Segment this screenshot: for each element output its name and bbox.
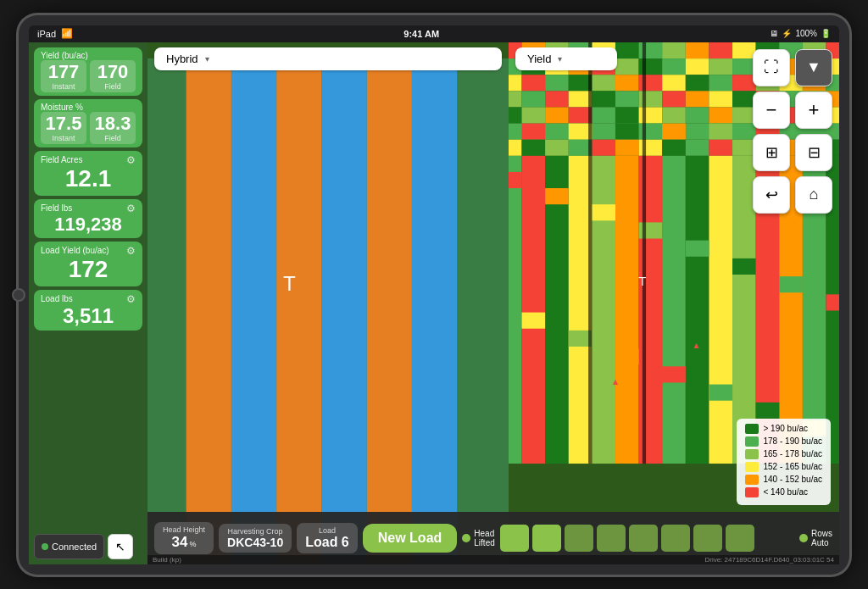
moisture-instant-box: 17.5 Instant xyxy=(41,112,86,144)
svg-rect-57 xyxy=(545,91,569,107)
head-status-group: Head Lifted xyxy=(462,529,494,547)
wifi-icon: 📶 xyxy=(61,28,73,39)
strip-btn-7[interactable] xyxy=(693,525,722,552)
field-acres-title: Field Acres xyxy=(41,155,82,164)
svg-rect-19 xyxy=(709,42,732,58)
layers-btn[interactable]: ⊞ xyxy=(753,134,790,171)
plus-icon: + xyxy=(809,99,820,121)
svg-rect-63 xyxy=(686,91,709,107)
zoom-out-btn[interactable]: − xyxy=(753,92,790,129)
screen-icon: 🖥 xyxy=(770,29,778,38)
gear-icon-loadlbs[interactable]: ⚙ xyxy=(126,293,136,305)
strip-btn-5[interactable] xyxy=(629,525,658,552)
legend-color-6 xyxy=(745,487,759,497)
zoom-in-btn[interactable]: + xyxy=(795,92,832,129)
svg-rect-3 xyxy=(276,58,321,564)
svg-rect-46 xyxy=(639,75,663,91)
strip-btn-3[interactable] xyxy=(565,525,593,552)
harvest-crop-title: Harvesting Crop xyxy=(227,527,283,536)
funnel-icon: ▼ xyxy=(806,58,821,76)
gear-icon-acres[interactable]: ⚙ xyxy=(126,154,136,166)
funnel-btn[interactable]: ▼ xyxy=(795,49,832,86)
strip-btn-4[interactable] xyxy=(597,525,626,552)
arrow-btn[interactable]: ↖ xyxy=(108,534,133,559)
status-bar: iPad 📶 9:41 AM 🖥 ⚡ 100% 🔋 xyxy=(29,25,839,42)
home-btn[interactable]: ⌂ xyxy=(795,176,832,214)
home-icon: ⌂ xyxy=(810,186,819,203)
legend-label-4: 152 - 165 bu/ac xyxy=(764,462,823,471)
gear-icon-loadyield[interactable]: ⚙ xyxy=(126,245,136,257)
connected-badge: Connected xyxy=(34,534,104,559)
svg-rect-136 xyxy=(756,402,780,418)
svg-text:T: T xyxy=(283,271,296,294)
svg-rect-139 xyxy=(643,42,646,464)
top-dropdown-row: Hybrid ▾ xyxy=(147,47,509,70)
svg-rect-102 xyxy=(709,139,732,155)
svg-rect-2 xyxy=(186,58,231,564)
svg-rect-89 xyxy=(662,123,686,139)
svg-rect-7 xyxy=(412,58,457,564)
main-content: Yield (bu/ac) 177 Instant 170 Field Mois xyxy=(29,42,839,564)
center-map[interactable]: T Hybrid ▾ xyxy=(147,42,509,564)
svg-rect-40 xyxy=(509,75,522,91)
layers-icon: ⊞ xyxy=(765,143,778,162)
svg-rect-101 xyxy=(686,139,709,155)
yield-instant-label: Instant xyxy=(44,82,83,91)
svg-rect-70 xyxy=(509,107,522,123)
connection-dot xyxy=(42,543,48,550)
strip-btn-1[interactable] xyxy=(500,525,529,552)
yield-card: Yield (bu/ac) 177 Instant 170 Field xyxy=(34,47,142,96)
legend-item-6: < 140 bu/ac xyxy=(745,487,823,497)
svg-rect-135 xyxy=(709,384,732,400)
ctrl-row-3: ⊞ ⊟ xyxy=(753,134,832,171)
grid-btn[interactable]: ⊟ xyxy=(795,134,832,171)
back-icon: ↩ xyxy=(765,186,778,204)
moisture-instant-value: 17.5 xyxy=(44,114,83,134)
svg-rect-109 xyxy=(522,155,546,463)
head-status-label: Head xyxy=(474,529,494,538)
svg-rect-64 xyxy=(709,91,732,107)
svg-rect-76 xyxy=(639,107,663,123)
svg-rect-61 xyxy=(639,91,663,107)
yield-dropdown-label: Yield xyxy=(527,53,551,65)
center-right-wrapper: T Hybrid ▾ xyxy=(147,42,839,564)
load-yield-title: Load Yield (bu/ac) xyxy=(41,246,109,255)
bluetooth-icon: ⚡ xyxy=(782,29,792,38)
legend-color-5 xyxy=(745,475,759,485)
strip-btn-6[interactable] xyxy=(661,525,690,552)
svg-rect-48 xyxy=(686,75,709,91)
load-value: Load 6 xyxy=(305,535,349,550)
svg-rect-95 xyxy=(545,139,569,155)
strip-btn-2[interactable] xyxy=(532,525,561,552)
svg-rect-34 xyxy=(709,58,732,75)
svg-rect-114 xyxy=(639,155,663,463)
rows-label: Rows xyxy=(811,529,832,538)
svg-rect-16 xyxy=(639,42,663,58)
field-acres-card: Field Acres ⚙ 12.1 xyxy=(34,151,142,196)
fullscreen-btn[interactable]: ⛶ xyxy=(753,49,790,86)
back-btn[interactable]: ↩ xyxy=(753,176,790,214)
svg-rect-75 xyxy=(615,107,639,123)
svg-rect-5 xyxy=(231,58,276,564)
status-left: iPad 📶 xyxy=(37,28,73,39)
legend-color-3 xyxy=(745,449,759,459)
field-lbs-card: Field lbs ⚙ 119,238 xyxy=(34,199,142,238)
field-acres-value: 12.1 xyxy=(41,166,136,192)
hybrid-label: Hybrid xyxy=(166,53,198,65)
svg-rect-60 xyxy=(615,91,639,107)
gear-icon-fieldlbs[interactable]: ⚙ xyxy=(126,203,136,214)
new-load-button[interactable]: New Load xyxy=(363,524,458,553)
svg-rect-123 xyxy=(509,171,522,187)
hybrid-dropdown[interactable]: Hybrid ▾ xyxy=(154,47,502,70)
svg-rect-117 xyxy=(709,155,732,463)
yield-dropdown[interactable]: Yield ▾ xyxy=(515,47,617,70)
home-button[interactable] xyxy=(12,288,25,302)
moisture-title: Moisture % xyxy=(41,103,83,112)
legend-label-3: 165 - 178 bu/ac xyxy=(764,449,823,458)
right-panel: T ▲ ▲ Yield ▾ ⛶ xyxy=(509,42,839,564)
load-yield-card: Load Yield (bu/ac) ⚙ 172 xyxy=(34,242,142,286)
svg-rect-93 xyxy=(509,139,522,155)
field-lbs-title: Field lbs xyxy=(41,203,72,213)
strip-btn-8[interactable] xyxy=(726,525,754,552)
legend-item-1: > 190 bu/ac xyxy=(745,424,823,434)
